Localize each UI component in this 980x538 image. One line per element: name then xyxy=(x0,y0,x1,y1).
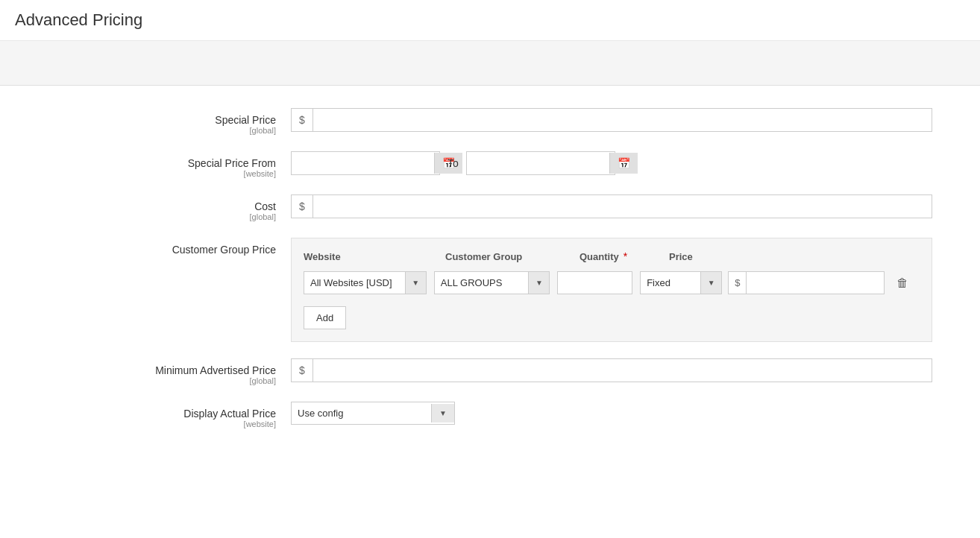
customer-group-table: Website Customer Group Quantity * Price xyxy=(291,238,932,342)
display-actual-price-arrow-icon: ▼ xyxy=(431,404,454,423)
cg-header-customer-group: Customer Group xyxy=(445,250,572,262)
special-price-from-field: 📅 To 📅 xyxy=(291,151,932,175)
special-price-from-scope: [website] xyxy=(15,169,276,178)
map-prefix: $ xyxy=(292,359,313,382)
cost-row: Cost [global] $ xyxy=(15,194,965,221)
special-price-label: Special Price xyxy=(15,114,276,126)
date-to-wrap: 📅 xyxy=(466,151,615,175)
website-select-wrap: All Websites [USD] ▼ xyxy=(304,271,427,294)
price-input-wrap: $ xyxy=(728,271,885,294)
cg-header-price: Price xyxy=(669,250,882,262)
minimum-advertised-price-field: $ xyxy=(291,358,932,382)
delete-row-button[interactable]: 🗑 xyxy=(892,273,913,293)
display-actual-price-select[interactable]: Use config On Gesture In Cart Before Ord… xyxy=(292,402,431,424)
minimum-advertised-price-label: Minimum Advertised Price xyxy=(15,364,276,376)
toolbar-bar xyxy=(0,41,980,86)
customer-group-select-wrap: ALL GROUPS ▼ xyxy=(434,271,550,294)
date-to-input[interactable] xyxy=(467,152,609,174)
special-price-from-label-col: Special Price From [website] xyxy=(15,151,291,178)
display-actual-price-label-col: Display Actual Price [website] xyxy=(15,402,291,428)
display-actual-price-field: Use config On Gesture In Cart Before Ord… xyxy=(291,402,932,425)
price-col: Fixed Discount ▼ $ xyxy=(640,271,885,294)
minimum-advertised-price-scope: [global] xyxy=(15,376,276,385)
date-to-calendar-button[interactable]: 📅 xyxy=(609,153,638,174)
quantity-input-wrap xyxy=(557,271,632,294)
quantity-required-star: * xyxy=(624,250,627,262)
special-price-input[interactable] xyxy=(313,109,932,131)
customer-group-price-label: Customer Group Price xyxy=(15,244,276,256)
add-button[interactable]: Add xyxy=(304,306,346,329)
price-type-select[interactable]: Fixed Discount xyxy=(641,272,721,294)
special-price-scope: [global] xyxy=(15,126,276,135)
special-price-row: Special Price [global] $ xyxy=(15,108,965,135)
customer-group-price-field: Website Customer Group Quantity * Price xyxy=(291,238,932,342)
customer-group-select-container: ALL GROUPS ▼ xyxy=(434,271,550,294)
date-from-wrap: 📅 xyxy=(291,151,440,175)
cg-header-website: Website xyxy=(304,250,438,262)
price-prefix: $ xyxy=(729,272,747,294)
special-price-from-label: Special Price From xyxy=(15,157,276,169)
display-actual-price-select-wrap: Use config On Gesture In Cart Before Ord… xyxy=(291,402,455,425)
map-input[interactable] xyxy=(313,359,932,382)
content-area: Special Price [global] $ Special Price F… xyxy=(0,86,980,467)
to-label: To xyxy=(447,157,459,169)
minimum-advertised-price-row: Minimum Advertised Price [global] $ xyxy=(15,358,965,385)
cost-prefix: $ xyxy=(292,195,313,218)
special-price-prefix: $ xyxy=(292,109,313,131)
date-range: 📅 To 📅 xyxy=(291,151,932,175)
cost-scope: [global] xyxy=(15,212,276,221)
price-input[interactable] xyxy=(747,272,884,294)
cost-input-wrap: $ xyxy=(291,194,932,218)
date-from-input[interactable] xyxy=(292,152,434,174)
quantity-input[interactable] xyxy=(557,271,632,294)
display-actual-price-label: Display Actual Price xyxy=(15,408,276,420)
special-price-input-wrap: $ xyxy=(291,108,932,132)
special-price-field: $ xyxy=(291,108,932,132)
map-input-wrap: $ xyxy=(291,358,932,382)
delete-col: 🗑 xyxy=(892,273,920,293)
display-actual-price-scope: [website] xyxy=(15,420,276,428)
cg-header-row: Website Customer Group Quantity * Price xyxy=(304,250,920,262)
table-row: All Websites [USD] ▼ ALL GROUPS ▼ xyxy=(304,271,920,294)
cost-field: $ xyxy=(291,194,932,218)
website-select[interactable]: All Websites [USD] xyxy=(304,272,426,294)
cost-label: Cost xyxy=(15,200,276,212)
website-select-container: All Websites [USD] ▼ xyxy=(304,271,427,294)
display-actual-price-row: Display Actual Price [website] Use confi… xyxy=(15,402,965,428)
customer-group-select[interactable]: ALL GROUPS xyxy=(435,272,550,294)
price-type-select-container: Fixed Discount ▼ xyxy=(640,271,722,294)
special-price-from-row: Special Price From [website] 📅 To 📅 xyxy=(15,151,965,178)
page-title: Advanced Pricing xyxy=(0,0,980,41)
customer-group-price-row: Customer Group Price Website Customer Gr… xyxy=(15,238,965,342)
cost-input[interactable] xyxy=(313,195,932,218)
cg-header-quantity: Quantity * xyxy=(579,250,662,262)
special-price-label-col: Special Price [global] xyxy=(15,108,291,135)
customer-group-price-label-col: Customer Group Price xyxy=(15,238,291,256)
minimum-advertised-price-label-col: Minimum Advertised Price [global] xyxy=(15,358,291,385)
cost-label-col: Cost [global] xyxy=(15,194,291,221)
